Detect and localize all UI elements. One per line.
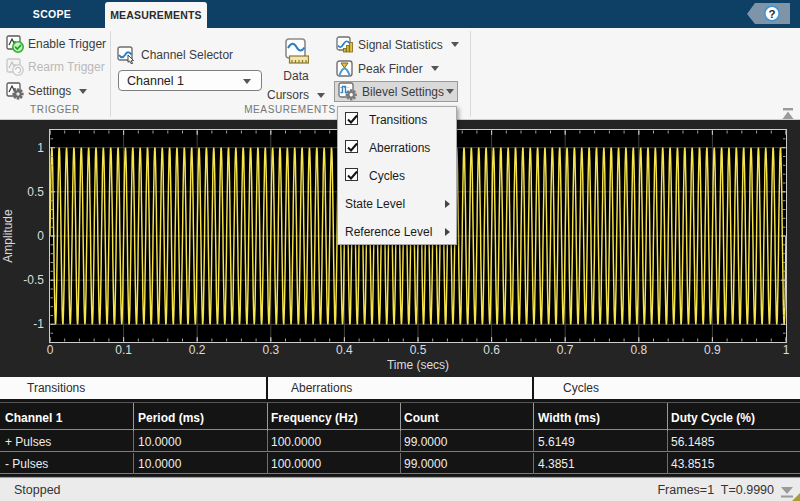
svg-text:-0.5: -0.5 bbox=[23, 273, 44, 287]
svg-text:0.2: 0.2 bbox=[189, 343, 206, 357]
svg-text:0.8: 0.8 bbox=[630, 343, 647, 357]
svg-text:0.5: 0.5 bbox=[27, 185, 44, 199]
svg-text:1: 1 bbox=[783, 343, 790, 357]
svg-text:1: 1 bbox=[37, 141, 44, 155]
svg-text:0.6: 0.6 bbox=[483, 343, 500, 357]
svg-text:0.1: 0.1 bbox=[115, 343, 132, 357]
svg-text:0: 0 bbox=[47, 343, 54, 357]
svg-text:?: ? bbox=[768, 8, 775, 20]
svg-text:Time (secs): Time (secs) bbox=[387, 358, 449, 372]
svg-text:0.4: 0.4 bbox=[336, 343, 353, 357]
svg-text:Amplitude: Amplitude bbox=[1, 209, 15, 263]
svg-text:0.7: 0.7 bbox=[557, 343, 574, 357]
svg-text:0: 0 bbox=[37, 229, 44, 243]
svg-text:-1: -1 bbox=[33, 317, 44, 331]
svg-text:0.5: 0.5 bbox=[410, 343, 427, 357]
svg-text:0.3: 0.3 bbox=[262, 343, 279, 357]
svg-text:0.9: 0.9 bbox=[704, 343, 721, 357]
